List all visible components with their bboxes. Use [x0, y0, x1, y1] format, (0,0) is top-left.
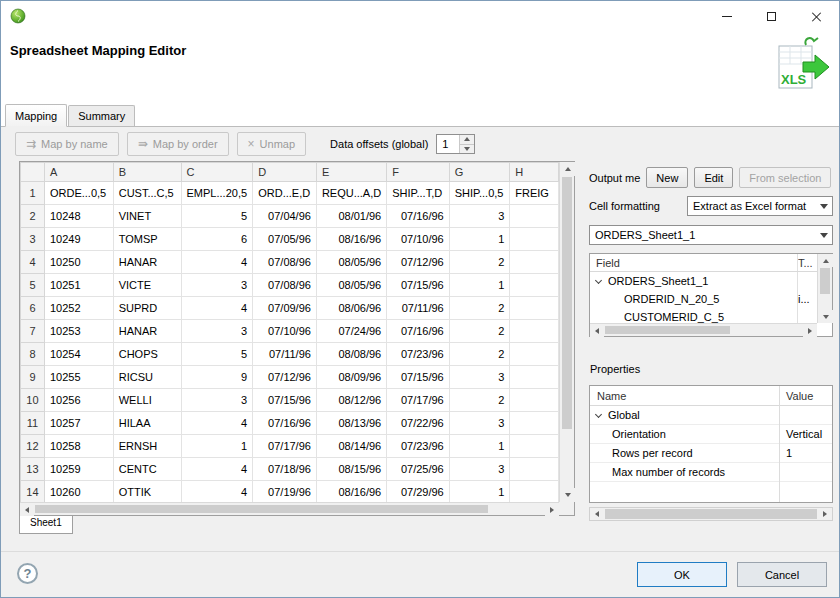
grid-cell[interactable] [510, 343, 559, 366]
column-header-a[interactable]: A [44, 163, 113, 182]
grid-cell[interactable]: 5 [181, 343, 253, 366]
grid-cell[interactable]: 10252 [44, 297, 113, 320]
column-header-g[interactable]: G [449, 163, 510, 182]
ok-button[interactable]: OK [637, 562, 727, 587]
row-header-14[interactable]: 14 [21, 481, 45, 503]
spinner-up-button[interactable] [460, 135, 474, 144]
grid-cell[interactable]: 10260 [44, 481, 113, 503]
mapping-select-combo[interactable]: ORDERS_Sheet1_1 [589, 225, 833, 245]
scrollbar-thumb[interactable] [820, 268, 830, 294]
grid-cell[interactable]: 3 [449, 412, 510, 435]
titlebar[interactable] [1, 1, 839, 31]
data-offsets-value[interactable]: 1 [437, 135, 459, 153]
grid-cell[interactable]: 4 [181, 297, 253, 320]
properties-horizontal-scrollbar[interactable] [589, 507, 833, 521]
grid-cell[interactable]: 07/08/96 [253, 274, 317, 297]
grid-cell[interactable]: 1 [181, 435, 253, 458]
tab-summary[interactable]: Summary [68, 105, 135, 126]
grid-cell[interactable]: 07/04/96 [253, 205, 317, 228]
grid-cell[interactable]: 08/01/96 [316, 205, 386, 228]
row-header-2[interactable]: 2 [21, 205, 45, 228]
scroll-right-button[interactable] [545, 503, 559, 516]
grid-cell[interactable]: 07/12/96 [253, 366, 317, 389]
grid-cell[interactable]: 07/29/96 [387, 481, 450, 503]
property-group-global[interactable]: Global [590, 406, 832, 425]
grid-cell[interactable]: OTTIK [113, 481, 181, 503]
unmap-button[interactable]: × Unmap [237, 132, 306, 156]
grid-cell[interactable] [510, 458, 559, 481]
grid-cell[interactable]: SHIP...0,5 [449, 182, 510, 205]
grid-cell[interactable]: HILAA [113, 412, 181, 435]
spinner-down-button[interactable] [460, 144, 474, 154]
new-button[interactable]: New [646, 167, 688, 188]
scroll-right-button[interactable] [818, 508, 832, 520]
grid-cell[interactable] [510, 205, 559, 228]
grid-cell[interactable]: 10251 [44, 274, 113, 297]
grid-cell[interactable]: 07/24/96 [316, 320, 386, 343]
field-column-header[interactable]: Field [590, 257, 798, 269]
row-header-3[interactable]: 3 [21, 228, 45, 251]
scroll-down-button[interactable] [818, 310, 833, 323]
row-header-9[interactable]: 9 [21, 366, 45, 389]
cancel-button[interactable]: Cancel [737, 562, 827, 587]
grid-cell[interactable]: EMPL...20,5 [181, 182, 253, 205]
grid-cell[interactable]: 4 [181, 481, 253, 503]
grid-cell[interactable]: 08/05/96 [316, 274, 386, 297]
sheet-tab-sheet1[interactable]: Sheet1 [19, 516, 73, 534]
grid-cell[interactable]: 07/16/96 [387, 205, 450, 228]
type-column-header[interactable]: T... [798, 257, 817, 269]
grid-cell[interactable]: 10259 [44, 458, 113, 481]
grid-cell[interactable]: REQU...A,D [316, 182, 386, 205]
grid-cell[interactable]: 3 [181, 389, 253, 412]
column-header-f[interactable]: F [387, 163, 450, 182]
grid-cell[interactable]: 07/11/96 [387, 297, 450, 320]
close-button[interactable] [794, 1, 839, 31]
grid-cell[interactable]: 2 [449, 297, 510, 320]
grid-cell[interactable]: 08/05/96 [316, 251, 386, 274]
grid-cell[interactable]: 07/08/96 [253, 251, 317, 274]
tree-item[interactable]: ORDERID_N_20_5 i... [590, 290, 817, 308]
scrollbar-thumb[interactable] [605, 326, 730, 334]
grid-cell[interactable]: 1 [449, 435, 510, 458]
value-column-header[interactable]: Value [780, 390, 832, 402]
help-button[interactable]: ? [17, 563, 38, 584]
scroll-up-button[interactable] [818, 254, 833, 267]
grid-cell[interactable]: 10250 [44, 251, 113, 274]
grid-cell[interactable]: TOMSP [113, 228, 181, 251]
tree-item[interactable]: CUSTOMERID_C_5 [590, 308, 817, 323]
tab-mapping[interactable]: Mapping [5, 104, 67, 127]
grid-cell[interactable]: 07/09/96 [253, 297, 317, 320]
scroll-left-button[interactable] [590, 324, 604, 337]
scrollbar-thumb[interactable] [605, 509, 817, 519]
grid-cell[interactable]: 08/08/96 [316, 343, 386, 366]
grid-cell[interactable]: ORDE...0,5 [44, 182, 113, 205]
grid-cell[interactable]: 07/23/96 [387, 343, 450, 366]
scroll-left-button[interactable] [20, 503, 34, 516]
column-header-d[interactable]: D [253, 163, 317, 182]
scroll-up-button[interactable] [560, 162, 575, 176]
property-value[interactable]: 1 [780, 447, 832, 459]
grid-vertical-scrollbar[interactable] [559, 162, 574, 502]
grid-cell[interactable]: RICSU [113, 366, 181, 389]
grid-cell[interactable]: HANAR [113, 320, 181, 343]
grid-cell[interactable]: 07/17/96 [387, 389, 450, 412]
grid-cell[interactable]: 9 [181, 366, 253, 389]
grid-cell[interactable]: 10256 [44, 389, 113, 412]
grid-cell[interactable]: 3 [449, 458, 510, 481]
grid-cell[interactable]: 07/16/96 [387, 320, 450, 343]
grid-cell[interactable]: VICTE [113, 274, 181, 297]
grid-cell[interactable] [510, 366, 559, 389]
grid-cell[interactable]: ERNSH [113, 435, 181, 458]
scroll-down-button[interactable] [560, 488, 575, 502]
grid-cell[interactable]: 3 [181, 320, 253, 343]
grid-cell[interactable]: 1 [449, 274, 510, 297]
map-by-name-button[interactable]: ⇉ Map by name [15, 132, 119, 156]
grid-cell[interactable]: VINET [113, 205, 181, 228]
column-header-b[interactable]: B [113, 163, 181, 182]
grid-cell[interactable]: 07/05/96 [253, 228, 317, 251]
grid-cell[interactable]: 07/18/96 [253, 458, 317, 481]
property-row-rows-per-record[interactable]: Rows per record 1 [590, 444, 832, 463]
maximize-button[interactable] [749, 1, 794, 31]
grid-cell[interactable]: CENTC [113, 458, 181, 481]
grid-cell[interactable]: 07/16/96 [253, 412, 317, 435]
